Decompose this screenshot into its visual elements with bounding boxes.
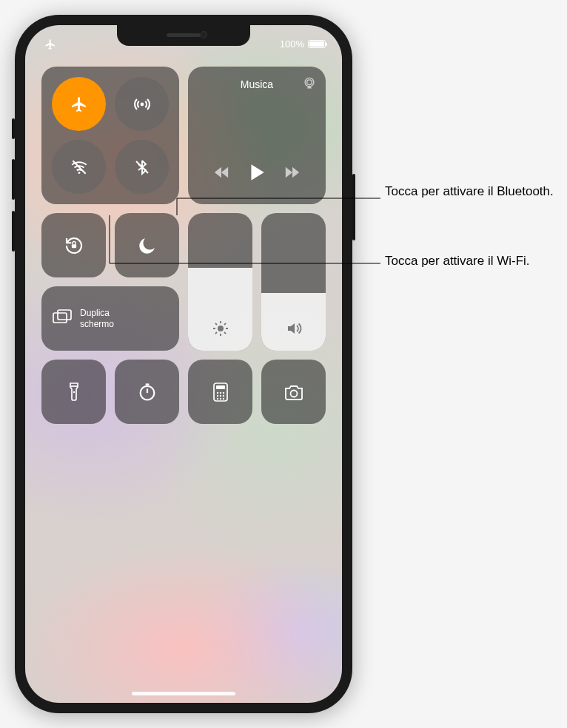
connectivity-module[interactable] bbox=[41, 67, 179, 204]
iphone-frame: 100% bbox=[15, 15, 352, 713]
svg-line-17 bbox=[224, 323, 226, 325]
svg-point-26 bbox=[219, 391, 221, 393]
bluetooth-toggle[interactable] bbox=[115, 140, 169, 194]
do-not-disturb-toggle[interactable] bbox=[115, 213, 179, 277]
brightness-slider[interactable] bbox=[188, 213, 252, 351]
status-airplane-indicator bbox=[44, 38, 56, 53]
svg-line-15 bbox=[224, 332, 226, 334]
music-module[interactable]: Musica bbox=[188, 67, 326, 204]
svg-point-33 bbox=[222, 397, 224, 399]
screen-mirroring-icon bbox=[52, 309, 73, 329]
control-center: Musica bbox=[41, 67, 326, 433]
cellular-data-toggle[interactable] bbox=[115, 77, 169, 131]
battery-icon bbox=[308, 40, 326, 48]
screen-mirroring-label: Duplica schermo bbox=[80, 308, 114, 330]
svg-point-28 bbox=[216, 394, 218, 396]
rewind-button[interactable] bbox=[213, 166, 229, 182]
svg-point-29 bbox=[219, 394, 221, 396]
battery-percentage: 100% bbox=[280, 38, 304, 50]
notch bbox=[117, 25, 250, 46]
svg-line-14 bbox=[215, 323, 216, 325]
orientation-lock-toggle[interactable] bbox=[41, 213, 106, 277]
screen: 100% bbox=[25, 25, 342, 703]
screen-mirroring-button[interactable]: Duplica schermo bbox=[41, 286, 179, 351]
forward-button[interactable] bbox=[284, 166, 301, 182]
svg-point-9 bbox=[218, 326, 224, 331]
callout-bluetooth: Tocca per attivare il Bluetooth. bbox=[385, 183, 554, 200]
svg-rect-24 bbox=[216, 385, 225, 389]
svg-rect-8 bbox=[58, 310, 71, 320]
volume-icon bbox=[285, 320, 303, 337]
svg-point-30 bbox=[222, 394, 224, 396]
timer-button[interactable] bbox=[115, 360, 179, 424]
play-button[interactable] bbox=[249, 163, 265, 185]
callout-wifi: Tocca per attivare il Wi-Fi. bbox=[385, 253, 530, 270]
music-title: Musica bbox=[188, 78, 326, 90]
svg-line-16 bbox=[215, 332, 216, 334]
volume-slider[interactable] bbox=[261, 213, 326, 351]
wifi-toggle[interactable] bbox=[52, 140, 106, 194]
svg-rect-6 bbox=[71, 244, 76, 248]
camera-button[interactable] bbox=[261, 360, 326, 424]
svg-point-1 bbox=[78, 172, 80, 174]
brightness-icon bbox=[212, 320, 229, 337]
svg-point-27 bbox=[222, 391, 224, 393]
svg-point-32 bbox=[219, 397, 221, 399]
svg-point-19 bbox=[73, 391, 74, 392]
flashlight-button[interactable] bbox=[41, 360, 106, 424]
svg-rect-7 bbox=[53, 313, 67, 323]
calculator-button[interactable] bbox=[188, 360, 252, 424]
svg-point-31 bbox=[216, 397, 218, 399]
svg-point-0 bbox=[140, 102, 144, 106]
airplane-mode-toggle[interactable] bbox=[52, 77, 106, 131]
svg-point-34 bbox=[290, 390, 297, 397]
home-indicator[interactable] bbox=[132, 692, 235, 695]
svg-point-25 bbox=[216, 391, 218, 393]
